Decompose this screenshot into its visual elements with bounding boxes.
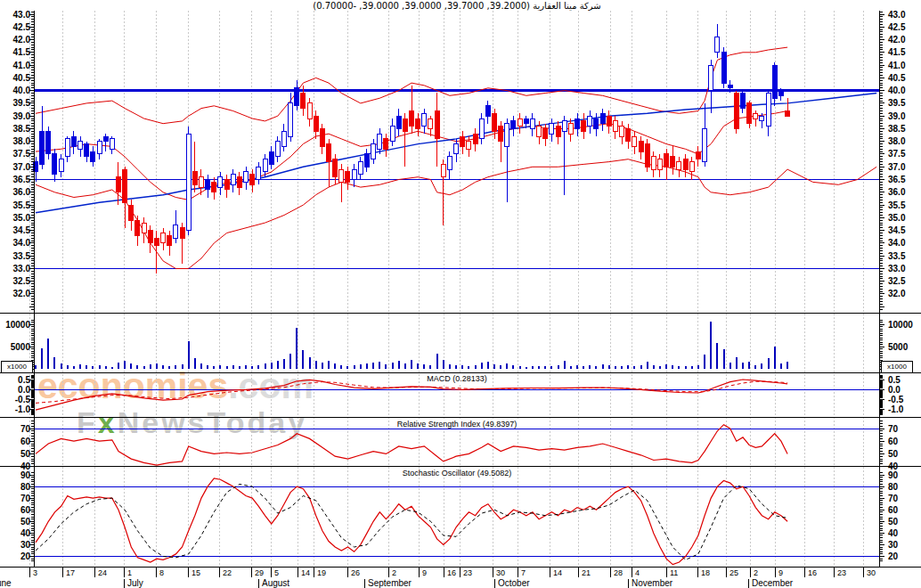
svg-text:-0.5: -0.5 [888,395,904,404]
svg-text:40.0: 40.0 [13,86,31,95]
svg-text:35.0: 35.0 [13,213,31,223]
svg-text:35.5: 35.5 [888,200,906,210]
svg-text:33.0: 33.0 [888,264,906,274]
svg-text:36.0: 36.0 [888,187,906,197]
svg-text:43.0: 43.0 [888,10,906,20]
svg-text:30: 30 [888,540,899,550]
svg-text:July: July [127,578,143,588]
svg-text:43.0: 43.0 [13,10,31,20]
svg-text:42.5: 42.5 [13,22,31,32]
svg-text:21: 21 [582,568,591,577]
svg-text:33.5: 33.5 [13,251,31,261]
rsi-label: Relative Strength Index (49.8397) [395,420,519,429]
svg-text:7: 7 [521,568,526,577]
svg-text:19: 19 [317,568,326,577]
svg-text:41.0: 41.0 [13,61,31,70]
svg-text:5000: 5000 [11,342,31,352]
svg-text:16: 16 [808,568,817,577]
svg-text:20: 20 [20,551,31,561]
svg-text:41.5: 41.5 [13,47,31,57]
svg-text:34.0: 34.0 [13,238,31,248]
svg-text:70: 70 [20,494,31,503]
chart-canvas[interactable]: 43.043.042.542.542.042.041.541.541.041.0… [0,0,921,588]
svg-text:October: October [498,578,530,588]
svg-text:28: 28 [614,568,623,577]
svg-text:36.5: 36.5 [13,175,31,184]
svg-text:10000: 10000 [5,320,30,330]
svg-text:37.5: 37.5 [13,149,31,159]
svg-text:38.0: 38.0 [888,136,906,146]
svg-text:32.5: 32.5 [13,276,31,286]
macd-label: MACD (0.28133) [425,374,489,383]
macd-panel-title: MACD (0.28133) [34,374,880,384]
svg-text:39.0: 39.0 [888,111,906,121]
svg-text:-1.0: -1.0 [15,404,31,414]
svg-text:37.5: 37.5 [888,149,906,159]
svg-text:38.5: 38.5 [888,124,906,134]
svg-text:34.5: 34.5 [888,225,906,235]
svg-text:35.5: 35.5 [13,200,31,210]
svg-text:16: 16 [447,568,456,577]
svg-text:60: 60 [888,505,899,515]
svg-text:-1.0: -1.0 [888,404,904,414]
svg-text:November: November [632,578,673,588]
svg-text:2: 2 [392,568,396,577]
svg-text:70: 70 [888,424,899,434]
svg-text:42.0: 42.0 [13,35,31,45]
svg-text:60: 60 [20,437,31,446]
svg-text:70: 70 [888,494,899,503]
svg-text:0.0: 0.0 [888,385,901,395]
rsi-panel-title: Relative Strength Index (49.8397) [34,420,880,429]
svg-text:5000: 5000 [888,342,909,352]
svg-text:5: 5 [274,568,279,577]
svg-text:23: 23 [837,568,846,577]
svg-text:41.5: 41.5 [888,47,906,57]
volume-multiplier-right: x1000 [881,361,913,373]
svg-text:40: 40 [888,528,899,538]
svg-text:22: 22 [223,568,232,577]
stochastic-panel-title: Stochastic Oscillator (49.5082) [34,469,880,478]
svg-text:39.5: 39.5 [888,98,906,108]
svg-text:20: 20 [888,551,899,561]
svg-text:30: 30 [496,568,505,577]
svg-text:18: 18 [701,568,710,577]
svg-text:50: 50 [888,517,899,527]
svg-text:34.0: 34.0 [888,238,906,248]
svg-text:39.0: 39.0 [13,111,31,121]
svg-text:33.0: 33.0 [13,264,31,274]
svg-text:32.0: 32.0 [13,289,31,298]
svg-text:August: August [262,578,289,588]
volume-multiplier-left: x1000 [1,361,33,373]
svg-text:39.5: 39.5 [13,98,31,108]
svg-text:-0.5: -0.5 [15,395,31,404]
svg-text:14: 14 [301,568,310,577]
svg-text:36.5: 36.5 [888,175,906,184]
svg-text:3: 3 [33,568,37,577]
svg-text:50: 50 [888,449,899,459]
svg-text:15: 15 [192,568,200,577]
stochastic-label: Stochastic Oscillator (49.5082) [401,469,514,478]
svg-text:4: 4 [635,568,640,577]
svg-text:50: 50 [20,517,31,527]
svg-text:9: 9 [778,568,783,577]
svg-text:10000: 10000 [888,320,913,330]
svg-text:38.5: 38.5 [13,124,31,134]
svg-text:2: 2 [754,568,758,577]
svg-text:40.0: 40.0 [888,86,906,95]
svg-text:8: 8 [159,568,164,577]
svg-text:June: June [0,578,12,588]
svg-text:0.5: 0.5 [18,375,30,385]
svg-text:25: 25 [729,568,738,577]
svg-text:34.5: 34.5 [13,225,31,235]
svg-text:41.0: 41.0 [888,61,906,70]
svg-text:40: 40 [20,528,31,538]
svg-text:0.0: 0.0 [18,385,30,395]
svg-text:29: 29 [255,568,264,577]
svg-text:14: 14 [553,568,562,577]
svg-text:60: 60 [20,505,31,515]
svg-text:26: 26 [351,568,360,577]
svg-text:9: 9 [422,568,427,577]
svg-text:90: 90 [20,470,31,480]
svg-text:December: December [752,578,794,588]
svg-text:60: 60 [888,437,899,446]
